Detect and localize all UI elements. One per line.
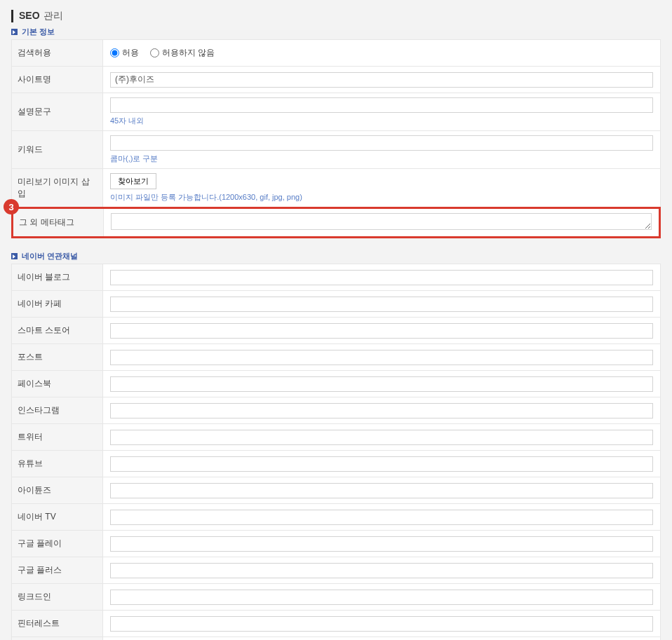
input-description[interactable] <box>110 97 653 113</box>
section-bullet-icon <box>11 29 18 35</box>
hint-preview-image: 이미지 파일만 등록 가능합니다.(1200x630, gif, jpg, pn… <box>110 192 653 203</box>
channel-label-naver_tv: 네이버 TV <box>12 504 103 531</box>
row-keywords: 키워드 콤마(,)로 구분 <box>12 131 661 169</box>
section-header-channels: 네이버 연관채널 <box>11 251 661 261</box>
row-description: 설명문구 45자 내외 <box>12 93 661 131</box>
hint-description: 45자 내외 <box>110 116 653 126</box>
row-search-allow: 검색허용 허용 허용하지 않음 <box>12 40 661 67</box>
channel-input-google_plus[interactable] <box>110 563 653 578</box>
channel-label-instagram: 인스타그램 <box>12 397 103 424</box>
label-site-name: 사이트명 <box>12 67 103 93</box>
channel-input-pinterest[interactable] <box>110 616 653 632</box>
section-header-basic: 기본 정보 <box>11 27 661 37</box>
channel-input-naver_tv[interactable] <box>110 510 653 525</box>
label-description: 설명문구 <box>12 93 103 131</box>
channel-input-post[interactable] <box>110 350 653 365</box>
channel-input-itunes[interactable] <box>110 483 653 498</box>
radio-deny-label[interactable]: 허용하지 않음 <box>150 47 215 59</box>
channel-row-smart_store: 스마트 스토어 <box>12 318 661 344</box>
channel-row-google_play: 구글 플레이 <box>12 531 661 557</box>
channel-label-youtube: 유튜브 <box>12 451 103 477</box>
channel-row-naver_tv: 네이버 TV <box>12 504 661 531</box>
input-keywords[interactable] <box>110 135 653 151</box>
channel-row-itunes: 아이튠즈 <box>12 477 661 504</box>
hint-keywords: 콤마(,)로 구분 <box>110 154 653 164</box>
input-site-name[interactable] <box>110 72 653 88</box>
annotation-badge-3: 3 <box>4 199 19 215</box>
channel-input-naver_cafe[interactable] <box>110 297 653 312</box>
label-preview-image: 미리보기 이미지 삽입 <box>12 169 103 207</box>
channel-input-linkedin[interactable] <box>110 590 653 605</box>
channel-row-instagram: 인스타그램 <box>12 397 661 424</box>
channel-input-naver_blog[interactable] <box>110 270 653 285</box>
channel-label-naver_blog: 네이버 블로그 <box>12 264 103 291</box>
channel-row-facebook: 페이스북 <box>12 371 661 397</box>
channel-label-pinterest: 핀터레스트 <box>12 611 103 637</box>
channel-input-twitter[interactable] <box>110 430 653 445</box>
channel-label-smart_store: 스마트 스토어 <box>12 318 103 344</box>
channel-input-google_play[interactable] <box>110 536 653 552</box>
page-title-strong: SEO <box>19 10 40 21</box>
channel-label-kakaostory: 카카오스토리 <box>12 637 103 641</box>
page-title: SEO 관리 <box>11 10 661 22</box>
channel-label-facebook: 페이스북 <box>12 371 103 397</box>
channels-table: 네이버 블로그네이버 카페스마트 스토어포스트페이스북인스타그램트위터유튜브아이… <box>11 264 661 640</box>
channel-row-kakaostory: 카카오스토리 <box>12 637 661 641</box>
channel-label-google_play: 구글 플레이 <box>12 531 103 557</box>
label-search-allow: 검색허용 <box>12 40 103 67</box>
channel-row-pinterest: 핀터레스트 <box>12 611 661 637</box>
page-title-suffix: 관리 <box>43 10 63 21</box>
channel-label-linkedin: 링크드인 <box>12 584 103 611</box>
channel-input-youtube[interactable] <box>110 456 653 472</box>
channel-row-google_plus: 구글 플러스 <box>12 557 661 584</box>
row-site-name: 사이트명 <box>12 67 661 93</box>
channel-row-twitter: 트위터 <box>12 424 661 451</box>
label-keywords: 키워드 <box>12 131 103 169</box>
channel-input-instagram[interactable] <box>110 403 653 418</box>
channel-input-facebook[interactable] <box>110 376 653 392</box>
section-title-basic: 기본 정보 <box>22 27 55 37</box>
channel-input-smart_store[interactable] <box>110 323 653 339</box>
channel-row-linkedin: 링크드인 <box>12 584 661 611</box>
channel-label-post: 포스트 <box>12 344 103 371</box>
channel-row-naver_blog: 네이버 블로그 <box>12 264 661 291</box>
row-preview-image: 미리보기 이미지 삽입 찾아보기 이미지 파일만 등록 가능합니다.(1200x… <box>12 169 661 207</box>
radio-allow[interactable] <box>110 48 119 57</box>
channel-row-post: 포스트 <box>12 344 661 371</box>
channel-label-google_plus: 구글 플러스 <box>12 557 103 584</box>
basic-info-table: 검색허용 허용 허용하지 않음 사이트명 설명문구 45자 내외 키워드 <box>11 39 661 207</box>
channel-label-twitter: 트위터 <box>12 424 103 451</box>
input-meta-tag[interactable] <box>111 213 652 230</box>
channel-label-naver_cafe: 네이버 카페 <box>12 291 103 318</box>
section-title-channels: 네이버 연관채널 <box>22 251 78 261</box>
section-bullet-icon <box>11 253 18 259</box>
radio-allow-label[interactable]: 허용 <box>110 47 139 59</box>
channel-label-itunes: 아이튠즈 <box>12 477 103 504</box>
label-meta-tag: 그 외 메타태그 <box>13 208 104 238</box>
meta-tag-row-highlight: 그 외 메타태그 <box>11 207 661 238</box>
browse-button[interactable]: 찾아보기 <box>110 173 156 189</box>
row-meta-tag: 그 외 메타태그 <box>13 208 660 238</box>
channel-row-youtube: 유튜브 <box>12 451 661 477</box>
channel-row-naver_cafe: 네이버 카페 <box>12 291 661 318</box>
radio-deny[interactable] <box>150 48 159 57</box>
